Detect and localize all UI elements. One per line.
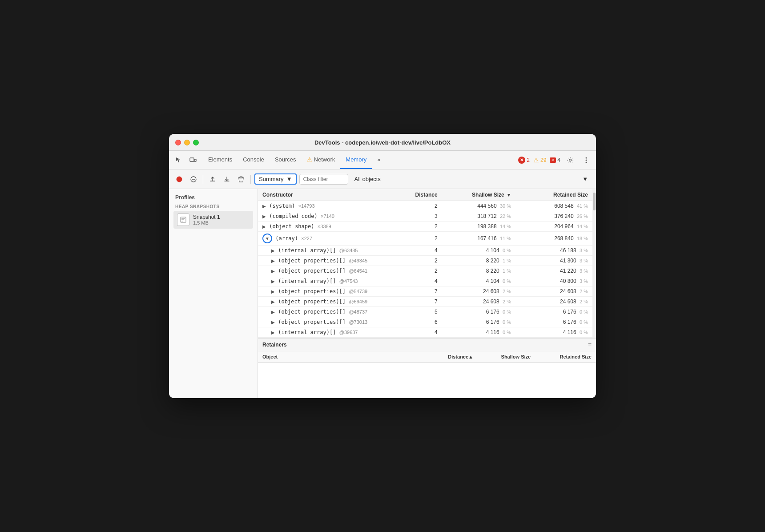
table-row[interactable]: ▶ (object shape) ×3389 2 198 388 14 % 20… [258, 222, 592, 232]
expand-icon[interactable]: ▶ [271, 269, 275, 274]
scrollbar[interactable] [592, 189, 596, 338]
window-title: DevTools - codepen.io/web-dot-dev/live/P… [314, 139, 451, 146]
count-value: @64541 [349, 268, 367, 274]
maximize-button[interactable] [193, 140, 199, 145]
expand-icon[interactable]: ▶ [271, 248, 275, 253]
tab-sources[interactable]: Sources [270, 151, 302, 169]
upload-button[interactable] [207, 173, 218, 185]
expand-icon[interactable]: ▶ [262, 204, 266, 209]
expand-icon[interactable]: ▶ [271, 289, 275, 294]
table-row[interactable]: ▶ (object properties)[] @49345 2 8 220 1… [258, 256, 592, 266]
expand-icon[interactable]: ▶ [271, 310, 275, 314]
more-options-icon[interactable] [580, 154, 592, 166]
col-header-shallow[interactable]: Shallow Size ▼ [442, 189, 515, 201]
distance-value: 5 [408, 307, 442, 317]
table-row[interactable]: ▶ (object properties)[] @54739 7 24 608 … [258, 286, 592, 297]
download-button[interactable] [221, 173, 233, 185]
main-content: Profiles HEAP SNAPSHOTS Snapshot 1 1.5 M [169, 189, 596, 398]
tab-memory[interactable]: Memory [340, 151, 372, 169]
error-circle-icon: ✕ [518, 157, 525, 164]
svg-point-2 [569, 159, 572, 161]
all-objects-label: All objects [354, 176, 381, 182]
expand-icon[interactable]: ▶ [271, 279, 275, 284]
table-row[interactable]: ▶ (object properties)[] @48737 5 6 176 0… [258, 307, 592, 317]
table-row[interactable]: ▶ (object properties)[] @64541 2 8 220 1… [258, 266, 592, 276]
table-row[interactable]: ▶ (object properties)[] @69459 7 24 608 … [258, 297, 592, 307]
close-button[interactable] [175, 140, 181, 145]
expand-icon[interactable]: ▶ [271, 320, 275, 325]
device-toggle-icon[interactable] [187, 154, 199, 166]
minimize-button[interactable] [184, 140, 190, 145]
distance-value: 3 [408, 211, 442, 222]
constructor-name: (object properties)[] [278, 298, 346, 305]
table-row-array[interactable]: ▼ (array) ×227 2 167 416 11 % 268 840 18… [258, 232, 592, 246]
heap-data-table[interactable]: Constructor Distance Shallow Size ▼ [258, 189, 596, 338]
col-header-distance[interactable]: Distance [408, 189, 442, 201]
expand-icon[interactable]: ▶ [262, 224, 266, 229]
count-value: @54739 [349, 289, 367, 294]
log-badge: ✕ 4 [550, 157, 560, 163]
summary-dropdown[interactable]: Summary ▼ [254, 173, 297, 185]
error-badge: ✕ 2 [518, 157, 530, 164]
warning-triangle-icon: ⚠ [533, 157, 539, 164]
table-row[interactable]: ▶ (object properties)[] @73013 6 6 176 0… [258, 317, 592, 327]
shallow-value: 8 220 1 % [442, 256, 515, 266]
tab-console[interactable]: Console [238, 151, 270, 169]
tab-more[interactable]: » [372, 151, 386, 169]
count-value: ×14793 [298, 203, 314, 209]
retainers-col-distance[interactable]: Distance▲ [427, 351, 478, 363]
shallow-value: 6 176 0 % [442, 317, 515, 327]
tab-network[interactable]: ⚠ Network [302, 151, 341, 169]
settings-icon[interactable] [564, 154, 576, 166]
class-filter-input[interactable] [299, 174, 348, 185]
clear-button[interactable] [188, 173, 199, 185]
distance-value: 2 [408, 201, 442, 211]
retained-value: 204 964 14 % [515, 222, 592, 232]
retainers-header: Retainers ≡ [258, 339, 596, 351]
shallow-value: 198 388 14 % [442, 222, 515, 232]
col-header-constructor[interactable]: Constructor [258, 189, 408, 201]
table-row[interactable]: ▶ (compiled code) ×7140 3 318 712 22 % 3… [258, 211, 592, 222]
tab-bar-left-icons [173, 154, 199, 166]
retainers-col-object[interactable]: Object [258, 351, 427, 363]
expand-icon[interactable]: ▶ [271, 330, 275, 335]
snapshot-icon [177, 214, 189, 226]
snapshot-item[interactable]: Snapshot 1 1.5 MB [173, 211, 253, 229]
collapse-icon[interactable]: ▼ [265, 236, 270, 241]
collect-garbage-button[interactable] [235, 173, 247, 185]
retainers-col-retained[interactable]: Retained Size [535, 351, 596, 363]
constructor-name: (compiled code) [269, 213, 317, 219]
tab-elements[interactable]: Elements [203, 151, 238, 169]
retained-value: 376 240 26 % [515, 211, 592, 222]
constructor-name: (object properties)[] [278, 288, 346, 294]
toolbar-separator-1 [203, 175, 203, 184]
array-expand-circle[interactable]: ▼ [262, 234, 272, 243]
retained-value: 268 840 18 % [515, 232, 592, 246]
shallow-value: 24 608 2 % [442, 286, 515, 297]
constructor-name: (object properties)[] [278, 319, 346, 325]
scroll-thumb[interactable] [593, 193, 596, 210]
log-square-icon: ✕ [550, 157, 556, 163]
all-objects-dropdown[interactable]: All objects ▼ [351, 174, 592, 184]
retainers-menu-icon[interactable]: ≡ [588, 341, 592, 348]
table-row[interactable]: ▶ (internal array)[] @47543 4 4 104 0 % … [258, 276, 592, 286]
col-header-retained[interactable]: Retained Size [515, 189, 592, 201]
count-value: ×227 [301, 236, 312, 241]
table-row[interactable]: ▶ (system) ×14793 2 444 560 30 % 608 548… [258, 201, 592, 211]
shallow-value: 444 560 30 % [442, 201, 515, 211]
expand-icon[interactable]: ▶ [262, 214, 266, 219]
tab-bar-right: ✕ 2 ⚠ 29 ✕ 4 [518, 154, 592, 166]
distance-value: 4 [408, 327, 442, 338]
count-value: @69459 [349, 299, 367, 304]
expand-icon[interactable]: ▶ [271, 258, 275, 263]
expand-icon[interactable]: ▶ [271, 299, 275, 304]
retainers-col-shallow[interactable]: Shallow Size [478, 351, 535, 363]
table-row[interactable]: ▶ (internal array)[] @39637 4 4 116 0 % … [258, 327, 592, 338]
table-row[interactable]: ▶ (internal array)[] @63485 4 4 104 0 % … [258, 246, 592, 256]
record-button[interactable] [173, 173, 185, 185]
count-value: @73013 [349, 319, 367, 325]
count-value: @47543 [339, 278, 358, 284]
select-element-icon[interactable] [173, 154, 185, 166]
count-value: @63485 [339, 248, 358, 253]
retainers-panel: Retainers ≡ Object Distance▲ [258, 338, 596, 398]
